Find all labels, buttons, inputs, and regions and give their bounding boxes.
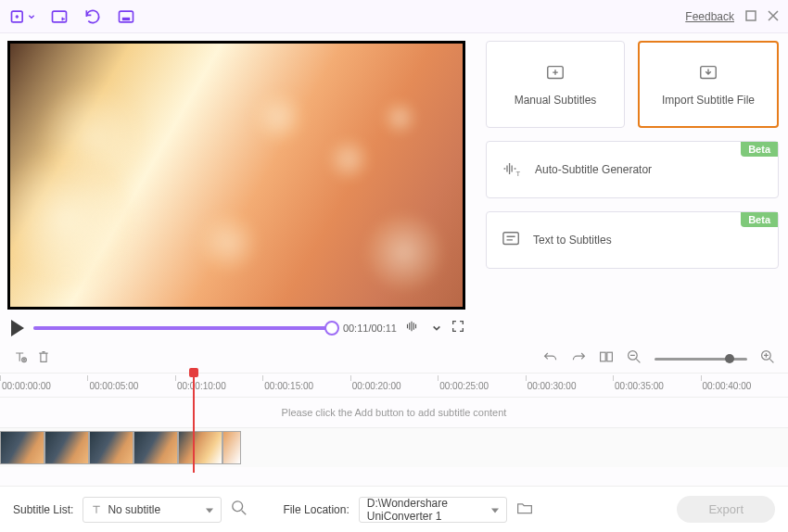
clip-thumb[interactable] bbox=[0, 431, 44, 464]
text-to-subtitles-card[interactable]: Beta Text to Subtitles bbox=[486, 211, 779, 269]
close-icon[interactable] bbox=[768, 8, 779, 25]
svg-text:T: T bbox=[515, 169, 520, 177]
card-label: Auto-Subtitle Generator bbox=[535, 163, 652, 176]
tick: 00:00:10:00 bbox=[175, 374, 262, 397]
delete-icon[interactable] bbox=[37, 349, 50, 368]
volume-icon[interactable] bbox=[406, 320, 423, 336]
text-lines-icon bbox=[502, 230, 522, 251]
subtitle-settings-icon[interactable] bbox=[117, 7, 135, 26]
maximize-icon[interactable] bbox=[745, 8, 756, 25]
zoom-out-icon[interactable] bbox=[627, 349, 642, 368]
main-area: 00:11/00:11 Manual Subtitles bbox=[0, 33, 788, 345]
playhead[interactable] bbox=[193, 371, 195, 473]
top-toolbar bbox=[9, 7, 135, 26]
svg-rect-11 bbox=[607, 352, 613, 361]
title-bar: Feedback bbox=[0, 0, 788, 33]
chevron-down-icon[interactable] bbox=[432, 320, 441, 336]
file-location-select[interactable]: D:\Wondershare UniConverter 1 bbox=[359, 497, 507, 523]
tick: 00:00:05:00 bbox=[87, 374, 174, 397]
tick: 00:00:15:00 bbox=[262, 374, 350, 397]
tick: 00:00:35:00 bbox=[613, 374, 700, 397]
clip-thumb[interactable] bbox=[133, 431, 178, 464]
svg-rect-3 bbox=[123, 18, 130, 19]
feedback-link[interactable]: Feedback bbox=[685, 10, 734, 23]
video-preview[interactable] bbox=[7, 41, 465, 310]
subtitle-type-icon bbox=[91, 504, 102, 515]
clip-thumb[interactable] bbox=[44, 431, 89, 464]
video-track[interactable] bbox=[0, 428, 788, 467]
tracks-area: Please click the Add button to add subti… bbox=[0, 397, 788, 467]
tick: 00:00:30:00 bbox=[526, 374, 613, 397]
timeline-tools bbox=[0, 345, 788, 373]
open-folder-icon[interactable] bbox=[516, 500, 533, 519]
tick: 00:00:00:00 bbox=[0, 374, 87, 397]
subtitle-list-label: Subtitle List: bbox=[13, 503, 73, 516]
subtitle-placeholder: Please click the Add button to add subti… bbox=[282, 407, 507, 418]
tick: 00:00:20:00 bbox=[350, 374, 438, 397]
file-location-value: D:\Wondershare UniConverter 1 bbox=[367, 497, 484, 523]
beta-badge: Beta bbox=[741, 212, 778, 227]
subtitle-mode-row: Manual Subtitles Import Subtitle File bbox=[486, 41, 779, 128]
window-controls: Feedback bbox=[685, 8, 779, 25]
time-display: 00:11/00:11 bbox=[343, 323, 397, 334]
import-subtitle-card[interactable]: Import Subtitle File bbox=[638, 41, 779, 128]
file-location-label: File Location: bbox=[283, 503, 349, 516]
zoom-in-icon[interactable] bbox=[760, 349, 775, 368]
undo-icon[interactable] bbox=[543, 350, 558, 367]
beta-badge: Beta bbox=[741, 142, 778, 157]
fullscreen-icon[interactable] bbox=[451, 319, 465, 337]
progress-slider[interactable] bbox=[33, 326, 334, 330]
card-label: Import Subtitle File bbox=[662, 94, 755, 107]
bottom-bar: Subtitle List: No subtitle File Location… bbox=[0, 486, 788, 532]
clip-thumb[interactable] bbox=[89, 431, 133, 464]
subtitle-track[interactable]: Please click the Add button to add subti… bbox=[0, 397, 788, 428]
svg-rect-4 bbox=[746, 11, 756, 20]
svg-rect-1 bbox=[53, 11, 67, 22]
card-label: Text to Subtitles bbox=[533, 234, 612, 247]
tick: 00:00:40:00 bbox=[701, 374, 788, 397]
svg-rect-8 bbox=[503, 232, 518, 244]
svg-point-14 bbox=[233, 500, 243, 511]
subtitle-list-value: No subtitle bbox=[108, 503, 160, 516]
search-subtitle-icon[interactable] bbox=[231, 500, 248, 520]
add-text-icon[interactable] bbox=[13, 349, 28, 368]
auto-subtitle-card[interactable]: Beta T Auto-Subtitle Generator bbox=[486, 141, 779, 198]
manual-subtitles-card[interactable]: Manual Subtitles bbox=[486, 41, 625, 128]
video-column: 00:11/00:11 bbox=[7, 41, 469, 341]
export-button[interactable]: Export bbox=[677, 496, 775, 523]
refresh-icon[interactable] bbox=[83, 7, 102, 26]
subtitle-list-select[interactable]: No subtitle bbox=[83, 497, 222, 523]
clip-thumb[interactable] bbox=[178, 431, 222, 464]
snap-icon[interactable] bbox=[599, 349, 614, 368]
redo-icon[interactable] bbox=[571, 350, 586, 367]
add-subtitle-panel-icon[interactable] bbox=[50, 7, 69, 26]
timeline-ruler[interactable]: 00:00:00:00 00:00:05:00 00:00:10:00 00:0… bbox=[0, 373, 788, 397]
play-button[interactable] bbox=[11, 320, 24, 336]
player-controls: 00:11/00:11 bbox=[7, 310, 469, 341]
plus-box-icon bbox=[545, 63, 566, 86]
timeline-tools-right bbox=[543, 349, 775, 368]
import-icon bbox=[698, 63, 718, 86]
waveform-text-icon: T bbox=[502, 159, 524, 181]
tick: 00:00:25:00 bbox=[438, 374, 525, 397]
side-panel: Manual Subtitles Import Subtitle File Be… bbox=[486, 41, 779, 341]
svg-rect-10 bbox=[601, 352, 606, 361]
clip-thumb[interactable] bbox=[222, 431, 241, 464]
add-media-icon[interactable] bbox=[9, 7, 35, 26]
card-label: Manual Subtitles bbox=[515, 94, 597, 107]
zoom-slider[interactable] bbox=[655, 358, 747, 361]
